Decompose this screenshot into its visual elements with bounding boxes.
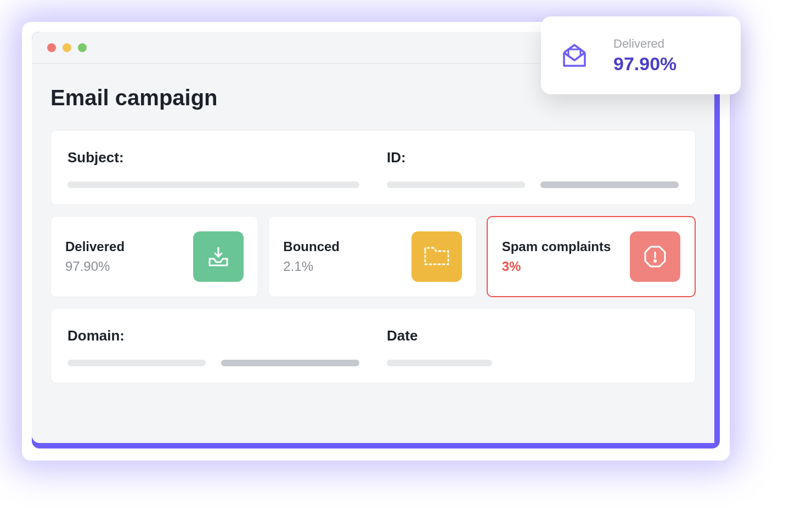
dashed-folder-icon [411, 231, 462, 282]
date-skeleton [387, 360, 679, 366]
stat-spam-label: Spam complaints [502, 239, 611, 254]
alert-octagon-icon [630, 231, 680, 282]
stat-text: Delivered 97.90% [65, 239, 125, 274]
svg-point-2 [654, 260, 656, 262]
stat-delivered-value: 97.90% [65, 259, 125, 274]
stat-text: Bounced 2.1% [283, 239, 340, 274]
subject-column: Subject: [67, 149, 359, 188]
domain-column: Domain: [67, 327, 359, 366]
mail-open-icon [560, 41, 589, 70]
stat-bounced-label: Bounced [283, 239, 340, 254]
stat-bounced-value: 2.1% [283, 259, 340, 274]
maximize-icon[interactable] [78, 43, 87, 52]
float-delivered-label: Delivered [613, 37, 676, 51]
subject-label: Subject: [67, 149, 359, 166]
domain-skeleton [67, 360, 359, 366]
stat-delivered[interactable]: Delivered 97.90% [50, 216, 258, 297]
subject-id-card: Subject: ID: [50, 130, 696, 205]
skeleton-bar [221, 360, 359, 366]
date-column: Date [387, 327, 679, 366]
stat-text: Spam complaints 3% [502, 239, 611, 274]
float-text: Delivered 97.90% [613, 37, 676, 75]
id-column: ID: [387, 149, 679, 188]
skeleton-bar [67, 360, 206, 366]
stat-delivered-label: Delivered [65, 239, 125, 254]
stat-bounced[interactable]: Bounced 2.1% [268, 216, 476, 297]
domain-label: Domain: [67, 327, 359, 344]
float-delivered-value: 97.90% [613, 53, 676, 75]
close-icon[interactable] [47, 43, 56, 52]
stat-spam[interactable]: Spam complaints 3% [487, 216, 696, 297]
date-label: Date [387, 327, 679, 344]
minimize-icon[interactable] [63, 43, 71, 52]
id-skeleton [387, 181, 679, 188]
stat-spam-value: 3% [502, 259, 611, 274]
domain-date-card: Domain: Date [50, 308, 696, 383]
stats-row: Delivered 97.90% Bounced [50, 216, 696, 297]
page-content: Email campaign Subject: ID: [32, 64, 714, 383]
float-delivered-card: Delivered 97.90% [541, 16, 741, 94]
skeleton-bar [540, 181, 679, 188]
subject-skeleton [67, 181, 359, 188]
inbox-download-icon [193, 231, 244, 282]
skeleton-bar [387, 360, 492, 366]
skeleton-bar [387, 181, 525, 188]
skeleton-bar [67, 181, 359, 188]
id-label: ID: [387, 149, 679, 166]
app-window: Email campaign Subject: ID: [32, 32, 720, 448]
